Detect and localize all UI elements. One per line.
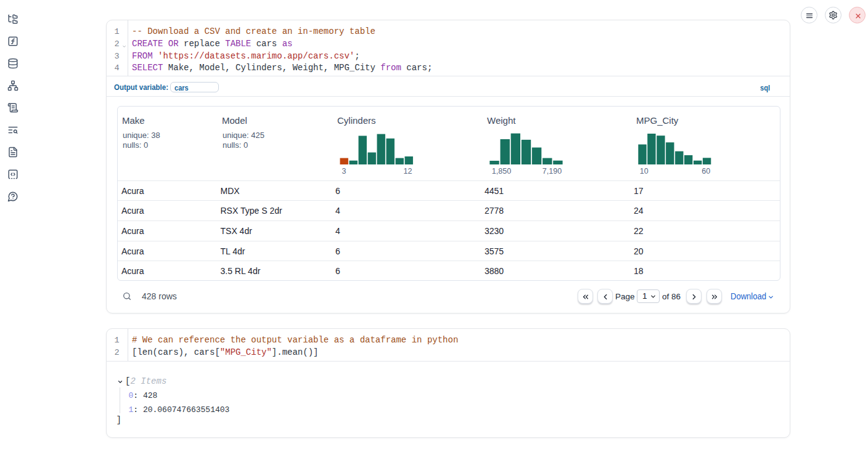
svg-text:10: 10 <box>640 167 649 176</box>
svg-text:12: 12 <box>404 167 412 176</box>
svg-text:7,190: 7,190 <box>542 167 561 176</box>
svg-text:3: 3 <box>342 167 346 176</box>
svg-text:60: 60 <box>702 167 710 176</box>
svg-text:1,850: 1,850 <box>491 167 510 176</box>
